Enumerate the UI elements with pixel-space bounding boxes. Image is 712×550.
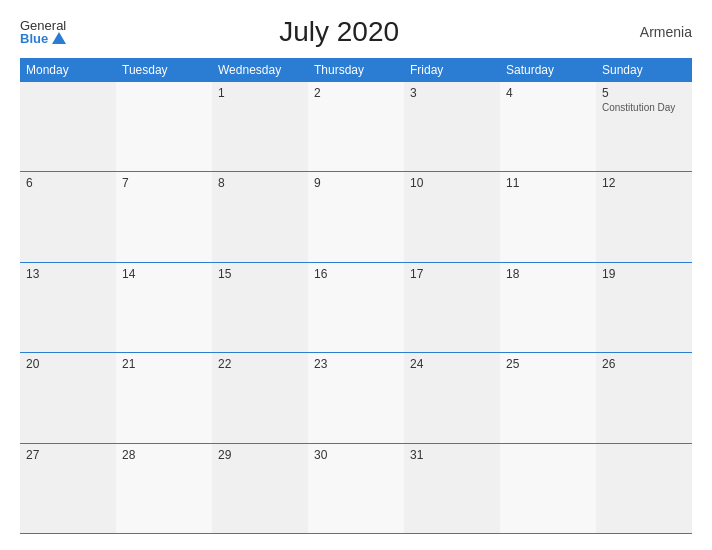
- day-number: 13: [26, 267, 110, 281]
- day-cell-16: 16: [308, 263, 404, 352]
- day-cell-17: 17: [404, 263, 500, 352]
- day-number: 3: [410, 86, 494, 100]
- day-number: 28: [122, 448, 206, 462]
- empty-cell: [116, 82, 212, 171]
- day-cell-21: 21: [116, 353, 212, 442]
- day-name-tuesday: Tuesday: [116, 58, 212, 82]
- day-cell-22: 22: [212, 353, 308, 442]
- day-name-thursday: Thursday: [308, 58, 404, 82]
- calendar: MondayTuesdayWednesdayThursdayFridaySatu…: [20, 58, 692, 534]
- day-cell-18: 18: [500, 263, 596, 352]
- day-number: 15: [218, 267, 302, 281]
- day-cell-8: 8: [212, 172, 308, 261]
- logo: General Blue: [20, 19, 66, 45]
- day-number: 2: [314, 86, 398, 100]
- day-cell-2: 2: [308, 82, 404, 171]
- day-number: 26: [602, 357, 686, 371]
- day-number: 22: [218, 357, 302, 371]
- day-number: 1: [218, 86, 302, 100]
- week-row-1: 12345Constitution Day: [20, 82, 692, 172]
- day-name-wednesday: Wednesday: [212, 58, 308, 82]
- day-cell-9: 9: [308, 172, 404, 261]
- day-number: 27: [26, 448, 110, 462]
- day-cell-14: 14: [116, 263, 212, 352]
- week-row-2: 6789101112: [20, 172, 692, 262]
- day-name-friday: Friday: [404, 58, 500, 82]
- day-cell-13: 13: [20, 263, 116, 352]
- day-number: 17: [410, 267, 494, 281]
- empty-cell: [596, 444, 692, 533]
- day-number: 12: [602, 176, 686, 190]
- day-number: 14: [122, 267, 206, 281]
- empty-cell: [20, 82, 116, 171]
- page-header: General Blue July 2020 Armenia: [20, 16, 692, 48]
- day-number: 5: [602, 86, 686, 100]
- day-number: 8: [218, 176, 302, 190]
- day-cell-28: 28: [116, 444, 212, 533]
- day-cell-20: 20: [20, 353, 116, 442]
- day-number: 7: [122, 176, 206, 190]
- day-number: 9: [314, 176, 398, 190]
- day-number: 10: [410, 176, 494, 190]
- week-row-3: 13141516171819: [20, 263, 692, 353]
- day-number: 24: [410, 357, 494, 371]
- week-row-4: 20212223242526: [20, 353, 692, 443]
- day-cell-26: 26: [596, 353, 692, 442]
- day-cell-27: 27: [20, 444, 116, 533]
- day-cell-5: 5Constitution Day: [596, 82, 692, 171]
- day-name-saturday: Saturday: [500, 58, 596, 82]
- day-number: 19: [602, 267, 686, 281]
- day-cell-11: 11: [500, 172, 596, 261]
- day-cell-15: 15: [212, 263, 308, 352]
- day-cell-3: 3: [404, 82, 500, 171]
- day-cell-29: 29: [212, 444, 308, 533]
- day-cell-10: 10: [404, 172, 500, 261]
- day-number: 31: [410, 448, 494, 462]
- day-number: 23: [314, 357, 398, 371]
- day-cell-31: 31: [404, 444, 500, 533]
- day-number: 25: [506, 357, 590, 371]
- day-cell-4: 4: [500, 82, 596, 171]
- day-number: 21: [122, 357, 206, 371]
- day-cell-24: 24: [404, 353, 500, 442]
- day-number: 4: [506, 86, 590, 100]
- calendar-day-names: MondayTuesdayWednesdayThursdayFridaySatu…: [20, 58, 692, 82]
- day-name-monday: Monday: [20, 58, 116, 82]
- empty-cell: [500, 444, 596, 533]
- country-label: Armenia: [612, 24, 692, 40]
- day-cell-12: 12: [596, 172, 692, 261]
- logo-blue-text: Blue: [20, 32, 66, 45]
- calendar-title: July 2020: [66, 16, 612, 48]
- day-number: 30: [314, 448, 398, 462]
- day-cell-1: 1: [212, 82, 308, 171]
- day-cell-23: 23: [308, 353, 404, 442]
- day-cell-30: 30: [308, 444, 404, 533]
- day-number: 18: [506, 267, 590, 281]
- day-number: 20: [26, 357, 110, 371]
- day-number: 29: [218, 448, 302, 462]
- day-number: 16: [314, 267, 398, 281]
- holiday-name: Constitution Day: [602, 102, 686, 114]
- calendar-body: 12345Constitution Day6789101112131415161…: [20, 82, 692, 534]
- day-cell-6: 6: [20, 172, 116, 261]
- logo-triangle-icon: [52, 32, 66, 44]
- day-number: 6: [26, 176, 110, 190]
- day-number: 11: [506, 176, 590, 190]
- day-cell-25: 25: [500, 353, 596, 442]
- day-cell-19: 19: [596, 263, 692, 352]
- day-name-sunday: Sunday: [596, 58, 692, 82]
- week-row-5: 2728293031: [20, 444, 692, 534]
- day-cell-7: 7: [116, 172, 212, 261]
